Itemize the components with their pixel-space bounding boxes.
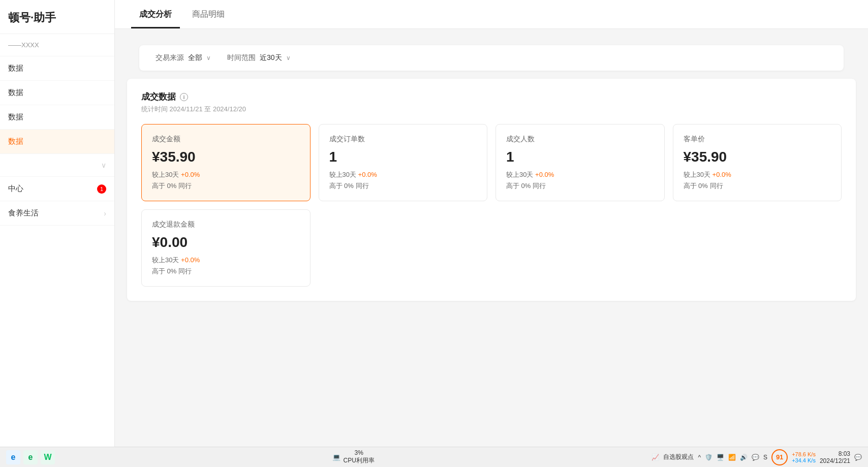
monitor-icon: 🖥️ xyxy=(717,454,724,461)
sidebar-item-label-2: 数据 xyxy=(8,64,23,73)
section-title: 成交数据 i xyxy=(141,91,842,103)
stock-icon: 📈 xyxy=(652,454,659,461)
cpu-indicator: 3% CPU利用率 xyxy=(344,449,375,465)
metric-card-3[interactable]: 成交人数 1 较上30天 +0.0% 高于 0% 同行 xyxy=(495,124,665,201)
tab-label-2: 商品明细 xyxy=(192,10,225,18)
metric-compare-2: 较上30天 +0.0% xyxy=(329,170,477,179)
sidebar-item-2[interactable]: 数据 xyxy=(0,56,114,81)
app-edge[interactable]: e xyxy=(6,450,20,464)
metric-title-4: 客单价 xyxy=(684,135,831,144)
wifi-icon: 📶 xyxy=(728,454,736,461)
filter-time-label: 时间范围 xyxy=(227,53,256,63)
filter-source-label: 交易来源 xyxy=(156,53,184,63)
metric-peer-1: 高于 0% 同行 xyxy=(152,181,300,191)
expand-icon[interactable]: ^ xyxy=(698,454,701,461)
metric-peer-4: 高于 0% 同行 xyxy=(684,181,831,191)
filter-source-value: 全部 xyxy=(188,53,202,63)
sidebar-item-4[interactable]: 数据 xyxy=(0,105,114,130)
network-up: +78.6 K/s xyxy=(792,451,816,457)
shield-icon: 🛡️ xyxy=(705,454,712,461)
metric-value-3: 1 xyxy=(506,150,654,164)
filter-time-value: 近30天 xyxy=(260,53,282,63)
main-content: 成交分析 商品明细 交易来源 全部 ∨ 时间范围 近30天 ∨ xyxy=(115,0,868,447)
sidebar-item-7[interactable]: 中心 1 xyxy=(0,177,114,201)
taskbar-apps: e e W xyxy=(6,450,55,464)
tab-product-detail[interactable]: 商品明细 xyxy=(184,0,233,28)
sidebar-items: ——XXXX 数据 数据 数据 数据 ∨ xyxy=(0,34,114,447)
metric-title-2: 成交订单数 xyxy=(329,135,477,144)
sidebar-title: 顿号·助手 xyxy=(0,0,114,34)
sidebar-item-label-5: 数据 xyxy=(8,137,23,146)
sidebar-item-1[interactable]: ——XXXX xyxy=(0,34,114,56)
filter-bar: 交易来源 全部 ∨ 时间范围 近30天 ∨ xyxy=(139,45,844,71)
filter-source[interactable]: 交易来源 全部 ∨ xyxy=(156,53,211,63)
taskbar-date-value: 2024/12/21 xyxy=(820,457,850,464)
metric-compare-4: 较上30天 +0.0% xyxy=(684,170,831,179)
sidebar: 顿号·助手 ——XXXX 数据 数据 数据 数据 xyxy=(0,0,115,447)
badge-7: 1 xyxy=(97,184,106,194)
sidebar-item-label-7: 中心 xyxy=(8,184,23,194)
tabs-container: 成交分析 商品明细 xyxy=(115,0,868,29)
section-subtitle: 统计时间 2024/11/21 至 2024/12/20 xyxy=(141,105,842,114)
sidebar-item-8[interactable]: 食养生活 › xyxy=(0,201,114,226)
taskbar-time-value: 8:03 xyxy=(820,450,850,457)
metrics-row1: 成交金额 ¥35.90 较上30天 +0.0% 高于 0% 同行 成交订单数 1… xyxy=(141,124,842,201)
taskbar: e e W 💻 3% CPU利用率 📈 自选股观点 ^ 🛡️ 🖥️ 📶 🔊 💬 … xyxy=(0,447,868,467)
metric-compare-1: 较上30天 +0.0% xyxy=(152,170,300,179)
metric-peer-3: 高于 0% 同行 xyxy=(506,181,654,191)
spire-icon: S xyxy=(763,454,767,461)
metric-value-1: ¥35.90 xyxy=(152,150,300,164)
sidebar-item-3[interactable]: 数据 xyxy=(0,81,114,105)
taskbar-datetime: 8:03 2024/12/21 xyxy=(820,450,850,464)
metric-card-5[interactable]: 成交退款金额 ¥0.00 较上30天 +0.0% 高于 0% 同行 xyxy=(141,209,311,287)
info-icon[interactable]: i xyxy=(180,93,188,101)
sidebar-item-label-3: 数据 xyxy=(8,88,23,98)
metric-title-5: 成交退款金额 xyxy=(152,220,300,229)
taskbar-left: e e W xyxy=(6,450,55,464)
cpu-icon: 💻 xyxy=(332,453,340,461)
metric-card-4[interactable]: 客单价 ¥35.90 较上30天 +0.0% 高于 0% 同行 xyxy=(673,124,842,201)
tab-transaction-analysis[interactable]: 成交分析 xyxy=(131,0,180,28)
stock-label: 自选股观点 xyxy=(663,453,694,461)
metric-compare-5: 较上30天 +0.0% xyxy=(152,256,300,265)
metrics-row2: 成交退款金额 ¥0.00 较上30天 +0.0% 高于 0% 同行 xyxy=(141,209,842,287)
metric-card-2[interactable]: 成交订单数 1 较上30天 +0.0% 高于 0% 同行 xyxy=(319,124,488,201)
app-browser-green[interactable]: e xyxy=(23,450,38,464)
sidebar-item-label-1: ——XXXX xyxy=(8,41,39,49)
cpu-value: 3% xyxy=(344,449,375,456)
network-down: +34.4 K/s xyxy=(792,457,816,463)
chevron-down-icon-6: ∨ xyxy=(101,161,106,169)
sidebar-item-label-8: 食养生活 xyxy=(8,208,39,218)
sidebar-item-6[interactable]: ∨ xyxy=(0,154,114,177)
metric-value-5: ¥0.00 xyxy=(152,235,300,250)
filter-time[interactable]: 时间范围 近30天 ∨ xyxy=(227,53,291,63)
cpu-label: CPU利用率 xyxy=(344,456,375,465)
score-badge: 91 xyxy=(771,449,788,465)
sidebar-item-label-4: 数据 xyxy=(8,112,23,122)
speaker-icon: 🔊 xyxy=(740,454,748,461)
metric-title-3: 成交人数 xyxy=(506,135,654,144)
app-wechat[interactable]: W xyxy=(41,450,55,464)
chevron-right-icon-8: › xyxy=(104,209,106,217)
metric-title-1: 成交金额 xyxy=(152,135,300,144)
message-icon: 💬 xyxy=(752,454,759,461)
metric-card-1[interactable]: 成交金额 ¥35.90 较上30天 +0.0% 高于 0% 同行 xyxy=(141,124,311,201)
tab-label-1: 成交分析 xyxy=(139,10,172,18)
chevron-down-icon-source: ∨ xyxy=(206,54,211,61)
metric-peer-2: 高于 0% 同行 xyxy=(329,181,477,191)
metric-value-2: 1 xyxy=(329,150,477,164)
taskbar-center: 💻 3% CPU利用率 xyxy=(332,449,375,465)
chat-icon[interactable]: 💬 xyxy=(854,454,862,461)
sidebar-item-5[interactable]: 数据 xyxy=(0,130,114,154)
data-section: 成交数据 i 统计时间 2024/11/21 至 2024/12/20 成交金额… xyxy=(127,79,856,301)
metric-value-4: ¥35.90 xyxy=(684,150,831,164)
chevron-down-icon-time: ∨ xyxy=(286,54,291,61)
network-speeds: +78.6 K/s +34.4 K/s xyxy=(792,451,816,463)
metric-peer-5: 高于 0% 同行 xyxy=(152,267,300,276)
metric-compare-3: 较上30天 +0.0% xyxy=(506,170,654,179)
taskbar-right: 📈 自选股观点 ^ 🛡️ 🖥️ 📶 🔊 💬 S 91 +78.6 K/s +34… xyxy=(652,449,862,465)
